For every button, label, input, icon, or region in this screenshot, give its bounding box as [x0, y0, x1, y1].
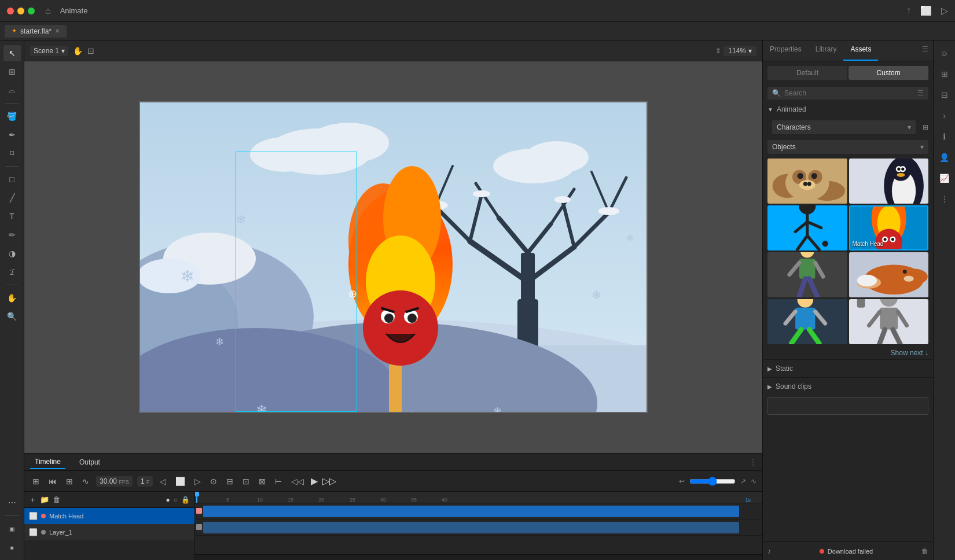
layer-icon[interactable]: ⊞ — [30, 476, 42, 487]
maximize-button[interactable] — [28, 8, 35, 14]
timeline-frames: 5 10 15 20 25 30 35 40 1s — [195, 492, 762, 560]
tab-library[interactable]: Library — [809, 40, 844, 61]
tab-properties[interactable]: Properties — [763, 40, 809, 61]
paint-tool[interactable]: 🪣 — [3, 108, 21, 124]
zoom-up-icon[interactable]: ⇕ — [715, 47, 721, 55]
step-forward-button[interactable]: ▷▷ — [322, 476, 336, 487]
undo-button[interactable]: ↩ — [679, 477, 685, 485]
list-view-icon[interactable]: ☰ — [917, 89, 924, 97]
tab-assets[interactable]: Assets — [843, 40, 878, 61]
chevron-right-icon[interactable]: › — [936, 108, 953, 124]
pen-tool[interactable]: ✒ — [3, 127, 21, 143]
asset-penguin[interactable] — [849, 159, 929, 204]
playhead[interactable] — [196, 492, 197, 503]
file-tab[interactable]: ✦ starter.fla* ✕ — [5, 25, 67, 38]
play-button[interactable]: ▶ — [311, 476, 318, 487]
reverse-button[interactable]: ⊢ — [273, 476, 284, 487]
sound-clips-section[interactable]: ▶ Sound clips — [763, 377, 933, 395]
info-icon[interactable]: ℹ — [936, 128, 953, 145]
hand-tool[interactable]: ✋ — [3, 290, 21, 306]
fill-color[interactable]: ■ — [3, 539, 21, 555]
asset-bear[interactable] — [767, 159, 847, 204]
more-tools[interactable]: ⋯ — [3, 495, 21, 511]
custom-tab[interactable]: Custom — [849, 66, 928, 80]
filter-icon[interactable]: ⊞ — [923, 123, 928, 131]
playback-speed-slider[interactable] — [689, 477, 736, 486]
static-section[interactable]: ▶ Static — [763, 359, 933, 377]
waveform-bottom-icon[interactable]: ♪ — [767, 547, 771, 555]
layer-row-matchhead[interactable]: ⬜ Match Head — [24, 508, 194, 524]
brush-tool[interactable]: ⌑ — [3, 145, 21, 161]
animated-section-header[interactable]: ▼ Animated — [763, 102, 933, 117]
sync-button[interactable]: ⊟ — [224, 476, 236, 487]
asset-matchhead[interactable]: Match Head — [849, 205, 929, 250]
pencil-tool[interactable]: ✏ — [3, 227, 21, 243]
close-button[interactable] — [7, 8, 14, 14]
timeline-scrollbar[interactable] — [195, 554, 762, 560]
add-folder-button[interactable]: 📁 — [40, 495, 49, 504]
hand-canvas-icon[interactable]: ✋ — [73, 46, 83, 56]
scene-selector[interactable]: Scene 1 ▾ — [30, 46, 68, 56]
asset-knight[interactable] — [849, 299, 929, 344]
asset-fox[interactable] — [849, 252, 929, 297]
paste-frames-button[interactable]: ⊡ — [240, 476, 252, 487]
person-icon[interactable]: 👤 — [936, 149, 953, 165]
loop-button[interactable]: ⊙ — [208, 476, 219, 487]
text-tool[interactable]: T — [3, 208, 21, 224]
panel-menu-icon[interactable]: ☰ — [917, 40, 933, 61]
track-bar-matchhead[interactable] — [203, 506, 739, 517]
tab-output[interactable]: Output — [75, 456, 105, 469]
zoom-tool[interactable]: 🔍 — [3, 308, 21, 325]
graph-side-icon[interactable]: 📈 — [936, 170, 953, 186]
search-input[interactable] — [784, 89, 914, 97]
redo-button[interactable]: ↗ — [740, 477, 746, 485]
transform-tool[interactable]: ⊞ — [3, 64, 21, 80]
play-icon[interactable]: ▷ — [941, 5, 948, 16]
copy-frames-button[interactable]: ⊠ — [256, 476, 268, 487]
share-icon[interactable]: ↑ — [906, 5, 911, 16]
home-icon[interactable]: ⌂ — [45, 6, 51, 16]
tab-timeline[interactable]: Timeline — [30, 455, 65, 469]
asset-stick-figure[interactable] — [767, 205, 847, 250]
layer-row-layer1[interactable]: ⬜ Layer_1 — [24, 524, 194, 540]
stop-button[interactable]: ⬜ — [173, 476, 188, 487]
smiley-icon[interactable]: ☺ — [936, 45, 953, 61]
delete-layer-button[interactable]: 🗑 — [53, 495, 60, 504]
fullscreen-icon[interactable]: ⬜ — [920, 5, 932, 16]
layers-side-icon[interactable]: ⊞ — [936, 66, 953, 82]
characters-dropdown[interactable]: Characters ▾ — [772, 120, 916, 134]
waveform-button[interactable]: ∿ — [751, 477, 756, 485]
svg-point-48 — [363, 290, 438, 366]
timeline-options-icon[interactable]: ⋮ — [750, 458, 756, 466]
eyedropper-tool[interactable]: 𝓘 — [3, 264, 21, 280]
select-tool[interactable]: ↖ — [3, 45, 21, 61]
next-frame-button[interactable]: ▷ — [192, 476, 203, 487]
asset-search-bottom[interactable] — [767, 397, 928, 415]
objects-dropdown[interactable]: Objects ▾ — [767, 140, 928, 154]
delete-bottom-icon[interactable]: 🗑 — [921, 547, 928, 555]
go-to-start-button[interactable]: ⏮ — [46, 476, 59, 487]
default-tab[interactable]: Default — [767, 66, 847, 80]
tab-close-button[interactable]: ✕ — [55, 28, 60, 34]
add-layer-button[interactable]: ＋ — [29, 495, 36, 505]
zoom-display[interactable]: 114% ▾ — [723, 46, 756, 56]
lasso-tool[interactable]: ⌓ — [3, 82, 21, 98]
track-bar-layer1[interactable] — [203, 522, 739, 533]
asset-snowboarder[interactable] — [767, 299, 847, 344]
prev-keyframe-button[interactable]: ◁◁ — [289, 476, 306, 487]
line-tool[interactable]: ╱ — [3, 190, 21, 206]
fill-tool[interactable]: ◑ — [3, 245, 21, 261]
add-keyframe-button[interactable]: ⊞ — [64, 476, 75, 487]
prev-frame-button[interactable]: ◁ — [157, 476, 168, 487]
grid-side-icon[interactable]: ⊟ — [936, 87, 953, 103]
canvas-container[interactable]: ❄ ❄ ❄ ❄ ❄ ❄ ❄ ❄ ❄ — [24, 61, 762, 453]
minimize-button[interactable] — [17, 8, 24, 14]
show-next-button[interactable]: Show next ↓ — [891, 349, 928, 357]
shape-tool[interactable]: □ — [3, 171, 21, 187]
dots-side-icon[interactable]: ⋮ — [936, 191, 953, 207]
frame-canvas-icon[interactable]: ⊡ — [87, 46, 94, 56]
graph-view-button[interactable]: ∿ — [80, 476, 91, 487]
stroke-color[interactable]: ▣ — [3, 521, 21, 537]
asset-walker[interactable] — [767, 252, 847, 297]
frame-track-area[interactable] — [195, 503, 762, 554]
